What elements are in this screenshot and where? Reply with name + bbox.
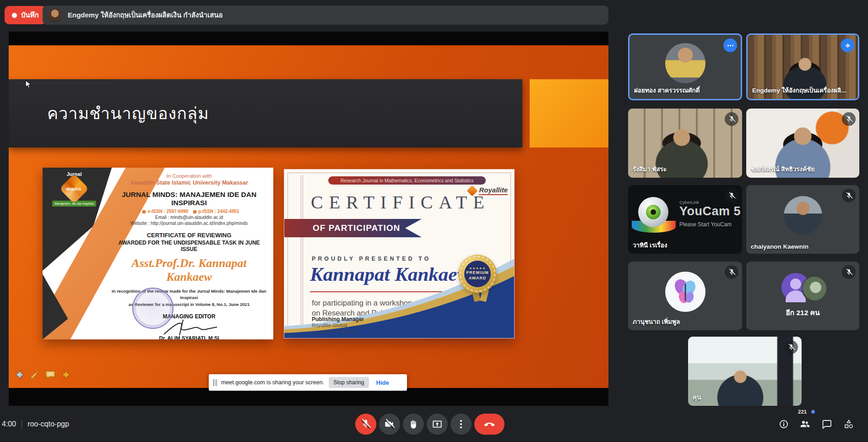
participant-tile[interactable]: ชลภัสสรณ์ สิทธิวรงค์ชัย bbox=[746, 109, 859, 178]
mouse-cursor-icon bbox=[24, 79, 33, 89]
issn-line: e-ISSN : 2597-6990 p-ISSN : 2442-4951 bbox=[111, 209, 267, 214]
signer-role2: Royallite Global bbox=[312, 322, 371, 328]
presenter-avatar bbox=[48, 8, 62, 22]
hide-toast-button[interactable]: Hide bbox=[374, 379, 392, 387]
meeting-code: roo-cqto-pgp bbox=[27, 420, 69, 428]
avatar bbox=[784, 196, 822, 235]
journal-email: Email : minds@uin-alauddin.ac.id bbox=[111, 215, 267, 220]
slide-title: ความชำนาญของกลุ่ม bbox=[47, 100, 209, 126]
participant-tile[interactable]: CyberLink YouCam 5 Please Start YouCam ว… bbox=[628, 185, 742, 254]
participant-name: ชลภัสสรณ์ สิทธิวรงค์ชัย bbox=[751, 164, 814, 174]
signature-block: Publishing Manager Royallite Global SIGN… bbox=[312, 316, 371, 338]
mic-muted-icon bbox=[842, 189, 856, 202]
share-message: meet.google.com is sharing your screen. bbox=[221, 379, 324, 386]
overflow-avatars bbox=[778, 273, 828, 302]
signer-name: Dr. ALIM SYARIATI, M.SI bbox=[111, 335, 267, 339]
recipient-name: Asst.Prof.Dr. Kannapat Kankaew bbox=[111, 256, 267, 284]
participant-tile[interactable]: รังสิมา พัสระ bbox=[628, 109, 742, 178]
audio-active-icon bbox=[841, 38, 854, 52]
meeting-details-button[interactable] bbox=[778, 419, 789, 430]
journal-banner: Research Journal in Mathematics, Econome… bbox=[328, 176, 486, 185]
bullet-icon bbox=[193, 210, 196, 213]
mic-muted-icon bbox=[725, 189, 738, 202]
participant-name: รังสิมา พัสระ bbox=[633, 164, 667, 174]
participation-body: for participating in a workshop on Resea… bbox=[312, 298, 412, 318]
slide-accent-square bbox=[530, 79, 608, 147]
bullet-icon bbox=[142, 210, 146, 213]
youcam-product: YouCam 5 bbox=[679, 205, 741, 218]
participant-name: Engdemy ให้อังกฤษเป็นเครื่องผลิ... bbox=[752, 85, 846, 95]
raise-hand-button[interactable] bbox=[403, 414, 424, 435]
divider bbox=[22, 420, 22, 428]
mic-muted-icon bbox=[725, 112, 738, 126]
participant-name: วาทินี เรเรื่อง bbox=[633, 240, 667, 250]
recipient-name: Kannapat Kankaew bbox=[310, 263, 470, 285]
mic-toggle-button[interactable] bbox=[355, 414, 376, 435]
record-label: บันทึก bbox=[21, 10, 39, 21]
mic-muted-icon bbox=[842, 112, 856, 126]
google-meet-window: บันทึก Engdemy ให้อังกฤษเป็นเครื่องผลิตเ… bbox=[0, 0, 868, 442]
screen-share-toast: meet.google.com is sharing your screen. … bbox=[209, 374, 407, 391]
participant-name: คุน bbox=[693, 392, 701, 402]
drag-grip-icon[interactable] bbox=[213, 379, 217, 386]
minds-hexagon-icon: MINDS bbox=[59, 174, 89, 203]
signature-icon bbox=[312, 328, 362, 336]
presenting-title: Engdemy ให้อังกฤษเป็นเครื่องผลิตเงิน กำล… bbox=[68, 10, 223, 21]
recipient-underline bbox=[310, 291, 494, 292]
participant-tile[interactable]: chaiyanon Kaewnin bbox=[746, 185, 859, 254]
certificate-title: CERTIFICATE bbox=[311, 191, 490, 213]
stop-sharing-button[interactable]: Stop sharing bbox=[329, 377, 369, 388]
participant-name: ฝอยทอง สาครวรรณศักดิ์ bbox=[634, 85, 700, 95]
participant-tile[interactable]: ภานุชนาถ เพิ่มพูล bbox=[628, 262, 742, 330]
participant-count-badge: 221 bbox=[798, 409, 807, 415]
premium-award-badge: ★★★★★ PREMIUM AWARD bbox=[458, 255, 497, 293]
youcam-lens-icon bbox=[638, 197, 668, 227]
coop-line2: Alauddin State Islamic University Makass… bbox=[111, 180, 267, 186]
presentation-slide: ความชำนาญของกลุ่ม Jurnal MINDS Manajemen… bbox=[9, 45, 608, 388]
record-dot-icon bbox=[12, 13, 17, 18]
camera-toggle-button[interactable] bbox=[379, 414, 400, 435]
mic-muted-icon bbox=[725, 265, 738, 279]
screen-share-stage: ความชำนาญของกลุ่ม Jurnal MINDS Manajemen… bbox=[9, 32, 608, 406]
journal-title: JURNAL MINDS: MANAJEMEN IDE DAN INSPIRAS… bbox=[111, 191, 267, 207]
overflow-participants-tile[interactable]: อีก 212 คน bbox=[746, 262, 859, 330]
pen-tool-icon[interactable] bbox=[29, 369, 40, 380]
jurnal-minds-logo: Jurnal MINDS Manajemen, Ide dan Inspiras… bbox=[50, 171, 98, 223]
more-options-button[interactable] bbox=[450, 414, 472, 435]
youcam-hint: Please Start YouCam bbox=[679, 221, 741, 228]
butterfly-icon bbox=[671, 277, 700, 306]
next-slide-icon[interactable] bbox=[60, 369, 72, 381]
coop-line1: In Cooperation with bbox=[111, 173, 267, 179]
signer-role1: Publishing Manager bbox=[312, 316, 371, 322]
presenting-banner[interactable]: Engdemy ให้อังกฤษเป็นเครื่องผลิตเงิน กำล… bbox=[43, 5, 608, 25]
recording-badge[interactable]: บันทึก bbox=[5, 6, 46, 24]
badge-stars: ★★★★★ bbox=[464, 267, 491, 270]
avatar bbox=[665, 43, 705, 83]
comment-icon[interactable] bbox=[44, 369, 56, 380]
participant-name: chaiyanon Kaewnin bbox=[751, 243, 808, 250]
chat-button[interactable] bbox=[821, 419, 832, 430]
journal-website: Website : http://journal.uin-alauddin.ac… bbox=[111, 221, 267, 226]
clock-time: 4:00 bbox=[2, 420, 16, 428]
participants-button[interactable] bbox=[799, 419, 810, 430]
end-call-button[interactable] bbox=[474, 414, 505, 435]
participant-tile[interactable]: คุน bbox=[688, 337, 802, 406]
participation-ribbon: OF PARTICIPATION bbox=[284, 219, 422, 237]
more-options-icon[interactable] bbox=[723, 38, 737, 52]
cert-vertical-rule bbox=[301, 175, 303, 333]
participant-name: ภานุชนาถ เพิ่มพูล bbox=[633, 316, 680, 327]
editor-stamp-icon bbox=[132, 288, 174, 329]
certificate-reviewing: Jurnal MINDS Manajemen, Ide dan Inspiras… bbox=[43, 168, 273, 339]
present-screen-button[interactable] bbox=[427, 414, 448, 435]
prev-slide-icon[interactable] bbox=[13, 369, 25, 381]
certificate-participation: Research Journal in Mathematics, Econome… bbox=[284, 169, 515, 338]
badge-text: PREMIUM AWARD bbox=[464, 270, 491, 281]
activities-button[interactable] bbox=[843, 419, 854, 430]
notification-dot bbox=[811, 410, 815, 414]
award-line1: CERTIFICATE OF REVIEWING bbox=[111, 232, 267, 239]
participant-tile[interactable]: Engdemy ให้อังกฤษเป็นเครื่องผลิ... bbox=[746, 33, 859, 100]
presented-to-label: PROUDLY PRESENTED TO bbox=[312, 256, 431, 262]
meeting-info: 4:00 roo-cqto-pgp bbox=[2, 406, 69, 442]
slide-title-band: ความชำนาญของกลุ่ม bbox=[9, 79, 522, 147]
participant-tile[interactable]: ฝอยทอง สาครวรรณศักดิ์ bbox=[628, 33, 742, 100]
